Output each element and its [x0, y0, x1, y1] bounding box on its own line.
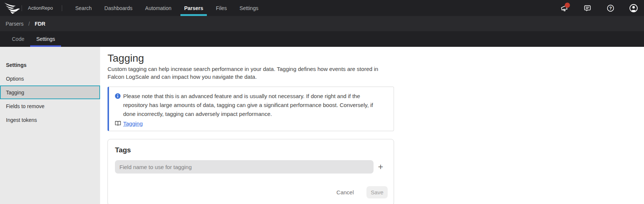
documentation-book-icon — [115, 121, 121, 126]
feedback-icon[interactable] — [583, 4, 592, 13]
nav-item-dashboards[interactable]: Dashboards — [100, 0, 137, 16]
svg-text:?: ? — [609, 6, 612, 10]
parser-tabs: Code Settings — [0, 31, 644, 47]
breadcrumb-parsers[interactable]: Parsers — [6, 21, 23, 27]
tag-field-name-input[interactable] — [115, 160, 374, 174]
tags-card-title: Tags — [115, 146, 388, 154]
sidebar-item-ingest-tokens[interactable]: Ingest tokens — [0, 113, 100, 127]
nav-item-search[interactable]: Search — [71, 0, 96, 16]
notification-badge — [565, 3, 570, 8]
repository-name[interactable]: ActionRepo — [28, 5, 53, 11]
nav-item-parsers[interactable]: Parsers — [180, 0, 208, 16]
page-description: Custom tagging can help increase search … — [108, 65, 644, 81]
description-line: Falcon LogScale and can impact how you n… — [108, 73, 644, 81]
sidebar-item-options[interactable]: Options — [0, 72, 100, 85]
tab-code[interactable]: Code — [6, 31, 30, 47]
nav-item-files[interactable]: Files — [211, 0, 231, 16]
add-tag-plus-icon[interactable]: + — [374, 160, 388, 174]
info-text: Please note that this is an advanced fea… — [123, 92, 373, 119]
help-icon[interactable]: ? — [606, 4, 615, 13]
main-nav: Search Dashboards Automation Parsers Fil… — [69, 0, 265, 16]
announcements-icon[interactable] — [560, 4, 569, 13]
topbar-icons: ? — [560, 4, 638, 13]
crowdstrike-falcon-logo-icon[interactable] — [3, 2, 22, 14]
divider — [22, 5, 22, 11]
nav-item-automation[interactable]: Automation — [141, 0, 176, 16]
sidebar-item-tagging[interactable]: Tagging — [0, 85, 100, 99]
breadcrumb-current-parser: FDR — [35, 21, 45, 27]
info-line: repository has large amounts of data, ta… — [123, 101, 373, 110]
breadcrumb: Parsers / FDR — [0, 16, 644, 31]
page-title: Tagging — [108, 52, 644, 64]
tab-settings[interactable]: Settings — [30, 31, 61, 47]
cancel-button[interactable]: Cancel — [334, 189, 356, 196]
info-line: Please note that this is an advanced fea… — [123, 92, 373, 101]
save-button[interactable]: Save — [366, 186, 388, 198]
nav-item-settings[interactable]: Settings — [235, 0, 263, 16]
tagging-settings-panel: Tagging Custom tagging can help increase… — [100, 47, 644, 204]
breadcrumb-separator: / — [28, 21, 30, 27]
advanced-feature-info-box: Please note that this is an advanced fea… — [108, 87, 394, 131]
info-icon — [115, 93, 121, 99]
tagging-docs-link[interactable]: Tagging — [123, 120, 143, 127]
account-avatar-icon[interactable] — [629, 4, 638, 13]
description-line: Custom tagging can help increase search … — [108, 65, 644, 73]
top-navigation-bar: ActionRepo Search Dashboards Automation … — [0, 0, 644, 16]
settings-sidebar: Settings Options Tagging Fields to remov… — [0, 47, 100, 204]
sidebar-heading: Settings — [0, 58, 100, 72]
sidebar-item-fields-to-remove[interactable]: Fields to remove — [0, 99, 100, 113]
content-area: Settings Options Tagging Fields to remov… — [0, 47, 644, 204]
tags-card: Tags + Cancel Save — [108, 139, 394, 204]
info-line: done incorrectly, tagging can adversely … — [123, 110, 373, 119]
divider — [62, 5, 62, 11]
